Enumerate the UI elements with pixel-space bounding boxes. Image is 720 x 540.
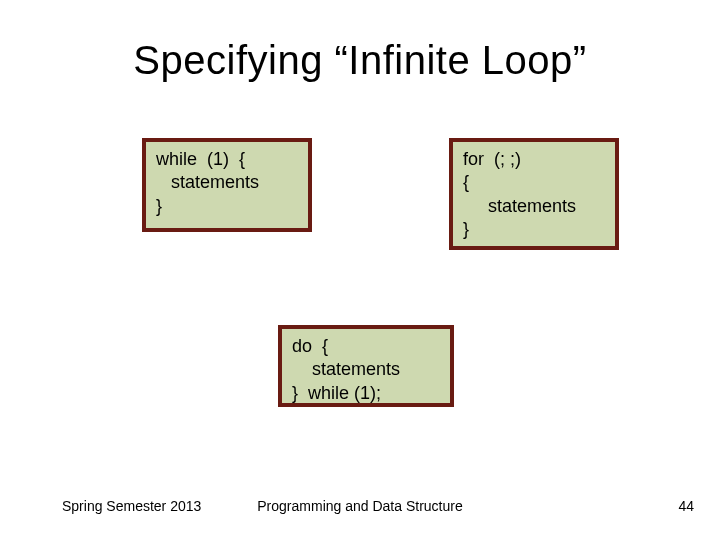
code-line: { (463, 171, 605, 194)
code-box-while: while (1) { statements } (142, 138, 312, 232)
code-line: statements (292, 358, 440, 381)
code-line: for (; ;) (463, 148, 605, 171)
slide: Specifying “Infinite Loop” while (1) { s… (0, 0, 720, 540)
slide-title: Specifying “Infinite Loop” (0, 38, 720, 83)
code-line: do { (292, 335, 440, 358)
footer-center: Programming and Data Structure (0, 498, 720, 514)
code-line: } while (1); (292, 382, 440, 405)
code-line: } (463, 218, 605, 241)
code-line: statements (156, 171, 298, 194)
footer-page-number: 44 (678, 498, 694, 514)
code-line: } (156, 195, 298, 218)
code-line: statements (463, 195, 605, 218)
code-line: while (1) { (156, 148, 298, 171)
code-box-for: for (; ;) { statements } (449, 138, 619, 250)
code-box-do: do { statements } while (1); (278, 325, 454, 407)
